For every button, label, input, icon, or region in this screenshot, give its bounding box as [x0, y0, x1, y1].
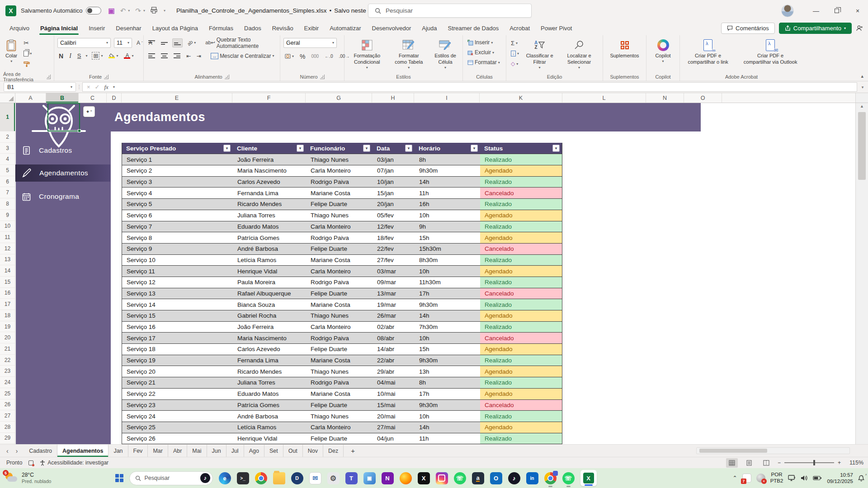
quick-analysis-button[interactable]: ✦⁺: [83, 106, 95, 117]
cell-funcionario[interactable]: Mariane Costa: [306, 188, 373, 198]
table-row[interactable]: Serviço 12Paula MoreiraRodrigo Paiva09/m…: [122, 277, 562, 288]
font-name-select[interactable]: Calibri▾: [57, 38, 111, 48]
cell-servico[interactable]: Serviço 6: [122, 210, 233, 221]
cell-funcionario[interactable]: Felipe Duarte: [306, 199, 373, 210]
format-painter-button[interactable]: [22, 59, 33, 68]
cell-cliente[interactable]: Letícia Ramos: [233, 422, 306, 433]
cell-servico[interactable]: Serviço 24: [122, 411, 233, 422]
column-header-K[interactable]: K: [480, 93, 562, 103]
cell-horario[interactable]: 17h: [415, 288, 480, 299]
fill-handle[interactable]: [78, 129, 81, 132]
row-header-21[interactable]: 21: [0, 343, 15, 355]
taskbar-icon-terminal[interactable]: >_: [237, 472, 249, 484]
zoom-slider[interactable]: − +: [778, 460, 841, 466]
accessibility-status[interactable]: Acessibilidade: investigar: [40, 460, 108, 466]
column-header-I[interactable]: I: [414, 93, 480, 103]
cell-horario[interactable]: 10h: [415, 266, 480, 277]
formula-bar-expand-icon[interactable]: ▾: [857, 82, 868, 92]
filter-button-icon[interactable]: ▼: [363, 145, 370, 152]
cell-cliente[interactable]: Rafael Albuquerque: [233, 288, 306, 299]
column-header-G[interactable]: G: [306, 93, 372, 103]
sheet-tab-nov[interactable]: Nov: [303, 445, 323, 457]
cell-cliente[interactable]: Juliana Torres: [233, 210, 306, 221]
cell-servico[interactable]: Serviço 1: [122, 154, 233, 165]
taskbar-icon-tiktok[interactable]: ♪: [508, 472, 520, 484]
cell-data[interactable]: 20/jan: [373, 199, 415, 210]
cell-servico[interactable]: Serviço 10: [122, 255, 233, 266]
cell-styles-button[interactable]: Estilos de Célula▾: [431, 37, 459, 71]
orientation-button[interactable]: ab▾: [186, 38, 197, 47]
cell-status[interactable]: Agendado: [480, 210, 562, 221]
cell-horario[interactable]: 15h: [415, 232, 480, 243]
cell-status[interactable]: Cancelado: [480, 400, 562, 411]
excel-app-icon[interactable]: X: [5, 5, 16, 16]
cell-cliente[interactable]: Gabriel Rocha: [233, 310, 306, 321]
insert-function-icon[interactable]: fx: [104, 84, 108, 91]
save-icon[interactable]: ▣: [108, 7, 115, 15]
cell-data[interactable]: 08/abr: [373, 333, 415, 343]
row-header-3[interactable]: 3: [0, 143, 15, 154]
cell-funcionario[interactable]: Thiago Nunes: [306, 366, 373, 377]
table-row[interactable]: Serviço 19Fernanda LimaMariane Costa22/a…: [122, 355, 562, 366]
cell-status[interactable]: Realizado: [480, 355, 562, 366]
cell-cliente[interactable]: Carlos Azevedo: [233, 344, 306, 355]
pdf-share-outlook-button[interactable]: ✉ Criar PDF e compartilhar via Outlook: [741, 37, 800, 67]
zoom-out-icon[interactable]: −: [778, 460, 781, 466]
sidebar-item-cronograma[interactable]: Cronograma: [15, 188, 110, 205]
share-button[interactable]: Compartilhamento ▾: [779, 23, 852, 34]
cell-servico[interactable]: Serviço 18: [122, 344, 233, 355]
copilot-button[interactable]: Copilot ▾: [653, 37, 673, 65]
row-header-28[interactable]: 28: [0, 422, 15, 433]
horizontal-scroll-thumb[interactable]: [699, 449, 767, 453]
filter-button-icon[interactable]: ▼: [552, 145, 560, 152]
cell-data[interactable]: 02/abr: [373, 322, 415, 333]
customize-qat-icon[interactable]: ▾: [164, 9, 165, 13]
cell-servico[interactable]: Serviço 19: [122, 355, 233, 366]
cell-horario[interactable]: 9h30m: [415, 355, 480, 366]
cell-status[interactable]: Cancelado: [480, 244, 562, 254]
cell-funcionario[interactable]: Felipe Duarte: [306, 244, 373, 254]
autosave-control[interactable]: Salvamento Automático: [21, 7, 101, 14]
column-header-L[interactable]: L: [562, 93, 646, 103]
taskbar-icon-teams[interactable]: T: [345, 472, 358, 484]
cell-horario[interactable]: 8h30m: [415, 255, 480, 266]
table-row[interactable]: Serviço 5Ricardo MendesFelipe Duarte20/j…: [122, 198, 562, 210]
row-header-26[interactable]: 26: [0, 399, 15, 411]
tab-desenvolvedor[interactable]: Desenvolvedor: [367, 23, 416, 34]
tab-acrobat[interactable]: Acrobat: [505, 23, 535, 34]
redo-dropdown-icon[interactable]: ▾: [143, 9, 145, 13]
merge-center-button[interactable]: ↔Mesclar e Centralizar▾: [209, 52, 275, 61]
battery-icon[interactable]: [813, 475, 822, 481]
table-row[interactable]: Serviço 3Carlos AzevedoRodrigo Paiva10/j…: [122, 176, 562, 188]
row-header-27[interactable]: 27: [0, 410, 15, 422]
align-top-button[interactable]: [147, 38, 156, 47]
cell-status[interactable]: Agendado: [480, 366, 562, 377]
cell-cliente[interactable]: Eduardo Matos: [233, 389, 306, 399]
sidebar-item-cadastros[interactable]: Cadastros: [15, 142, 110, 159]
table-row[interactable]: Serviço 4Fernanda LimaMariane Costa15/ja…: [122, 187, 562, 198]
cell-servico[interactable]: Serviço 2: [122, 165, 233, 176]
clipboard-dialog-launcher-icon[interactable]: [47, 75, 51, 79]
cell-status[interactable]: Realizado: [480, 177, 562, 188]
row-header-25[interactable]: 25: [0, 388, 15, 399]
cell-funcionario[interactable]: Carla Monteiro: [306, 165, 373, 176]
row-header-13[interactable]: 13: [0, 254, 15, 266]
cell-cliente[interactable]: Henrique Vidal: [233, 266, 306, 277]
cell-cliente[interactable]: Juliana Torres: [233, 377, 306, 388]
volume-icon[interactable]: [801, 475, 808, 481]
cancel-entry-icon[interactable]: ×: [87, 84, 90, 90]
sheet-tab-set[interactable]: Set: [264, 445, 283, 457]
font-color-button[interactable]: A▾: [123, 52, 135, 61]
number-format-select[interactable]: Geral▾: [283, 38, 337, 48]
cell-cliente[interactable]: Maria Nascimento: [233, 333, 306, 343]
cell-cliente[interactable]: Fernanda Lima: [233, 188, 306, 198]
cell-cliente[interactable]: João Ferreira: [233, 322, 306, 333]
row-header-22[interactable]: 22: [0, 355, 15, 366]
cell-horario[interactable]: 16h: [415, 199, 480, 210]
taskbar-icon-onenote[interactable]: N: [382, 472, 394, 484]
user-avatar[interactable]: [781, 5, 794, 17]
increase-decimal-button[interactable]: ←.0: [323, 52, 334, 61]
column-header-A[interactable]: A: [15, 93, 46, 103]
table-row[interactable]: Serviço 20Ricardo MendesThiago Nunes29/a…: [122, 366, 562, 377]
cell-data[interactable]: 07/jan: [373, 165, 415, 176]
